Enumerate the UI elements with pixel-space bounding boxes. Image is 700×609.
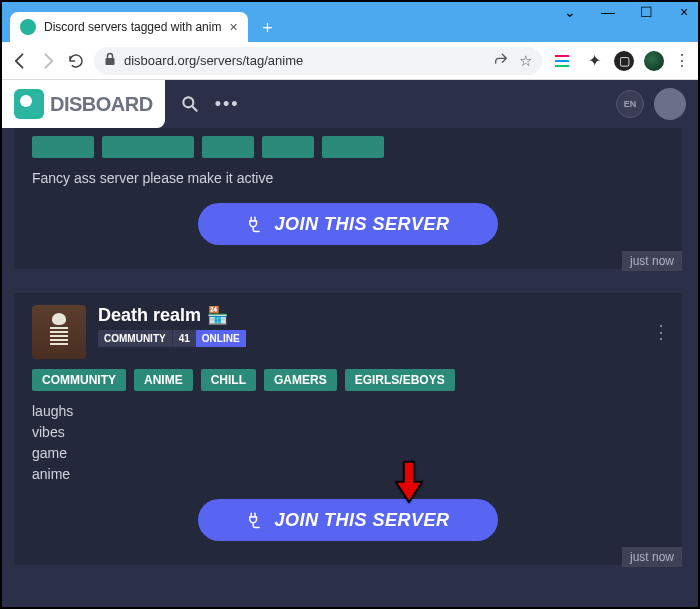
extensions-row: ✦ ▢ ⋮ [554, 51, 690, 71]
user-avatar[interactable] [654, 88, 686, 120]
tag-row [32, 136, 664, 158]
extensions-puzzle-icon[interactable]: ✦ [584, 51, 604, 71]
window-maximize-icon[interactable]: ☐ [636, 4, 656, 20]
reload-button[interactable] [66, 51, 86, 71]
new-tab-button[interactable]: + [254, 14, 282, 42]
card-menu-icon[interactable]: ⋮ [652, 321, 670, 343]
extension-icon-1[interactable] [554, 51, 574, 71]
join-server-button[interactable]: JOIN THIS SERVER [198, 203, 498, 245]
online-status-badge: ONLINE [196, 330, 246, 347]
tag[interactable]: CHILL [201, 369, 256, 391]
omnibox-actions: ☆ [493, 51, 532, 70]
content-area: Fancy ass server please make it active J… [2, 128, 698, 607]
logo-mark-icon [14, 89, 44, 119]
join-button-label: JOIN THIS SERVER [274, 214, 449, 235]
plug-icon [246, 215, 264, 233]
window-controls: ⌄ — ☐ × [560, 4, 694, 20]
search-icon[interactable] [177, 91, 203, 117]
tag[interactable]: COMMUNITY [32, 369, 126, 391]
disboard-logo[interactable]: DISBOARD [2, 80, 165, 128]
svg-line-5 [192, 107, 196, 111]
server-icon[interactable] [32, 305, 86, 359]
svg-rect-1 [555, 55, 569, 57]
server-name[interactable]: Death realm 🏪 [98, 305, 664, 326]
server-badges: COMMUNITY 41 ONLINE [98, 330, 664, 347]
tag[interactable] [32, 136, 94, 158]
tab-close-icon[interactable]: × [229, 19, 237, 35]
header-more-icon[interactable]: ••• [215, 94, 240, 115]
server-card: Fancy ass server please make it active J… [14, 128, 682, 269]
tag[interactable] [202, 136, 254, 158]
tag[interactable] [102, 136, 194, 158]
address-bar[interactable]: disboard.org/servers/tag/anime ☆ [94, 47, 542, 75]
lock-icon [104, 52, 116, 69]
join-server-button[interactable]: JOIN THIS SERVER [198, 499, 498, 541]
browser-toolbar: disboard.org/servers/tag/anime ☆ ✦ ▢ ⋮ [2, 42, 698, 80]
member-count-badge: 41 [172, 330, 196, 347]
tab-title: Discord servers tagged with anim [44, 20, 221, 34]
server-emoji: 🏪 [207, 305, 228, 326]
svg-rect-0 [106, 58, 115, 65]
join-button-label: JOIN THIS SERVER [274, 510, 449, 531]
timestamp-badge: just now [622, 251, 682, 271]
browser-tab[interactable]: Discord servers tagged with anim × [10, 12, 248, 42]
tag[interactable] [322, 136, 384, 158]
tag-row: COMMUNITYANIMECHILLGAMERSEGIRLS/EBOYS [32, 369, 664, 391]
bookmark-star-icon[interactable]: ☆ [519, 52, 532, 70]
site-header: DISBOARD ••• EN [2, 80, 698, 128]
extension-icon-2[interactable]: ▢ [614, 51, 634, 71]
window-dropdown-icon[interactable]: ⌄ [560, 4, 580, 20]
server-description: laughs vibes game anime [32, 401, 664, 485]
chrome-menu-icon[interactable]: ⋮ [674, 51, 690, 70]
url-text: disboard.org/servers/tag/anime [124, 53, 303, 68]
server-name-text: Death realm [98, 305, 201, 326]
tag[interactable] [262, 136, 314, 158]
forward-button[interactable] [38, 51, 58, 71]
tab-favicon [20, 19, 36, 35]
plug-icon [246, 511, 264, 529]
tag[interactable]: EGIRLS/EBOYS [345, 369, 455, 391]
server-icon-art [46, 313, 72, 353]
timestamp-badge: just now [622, 547, 682, 567]
server-card: Death realm 🏪 COMMUNITY 41 ONLINE ⋮ COMM… [14, 293, 682, 565]
share-icon[interactable] [493, 51, 509, 70]
tag[interactable]: GAMERS [264, 369, 337, 391]
svg-rect-3 [555, 65, 569, 67]
window-close-icon[interactable]: × [674, 4, 694, 20]
profile-avatar-icon[interactable] [644, 51, 664, 71]
svg-rect-2 [555, 60, 569, 62]
browser-titlebar: Discord servers tagged with anim × + ⌄ —… [2, 2, 698, 42]
language-selector[interactable]: EN [616, 90, 644, 118]
window-minimize-icon[interactable]: — [598, 4, 618, 20]
server-description: Fancy ass server please make it active [32, 168, 664, 189]
category-badge[interactable]: COMMUNITY [98, 330, 172, 347]
tag[interactable]: ANIME [134, 369, 193, 391]
back-button[interactable] [10, 51, 30, 71]
logo-text: DISBOARD [50, 93, 153, 116]
